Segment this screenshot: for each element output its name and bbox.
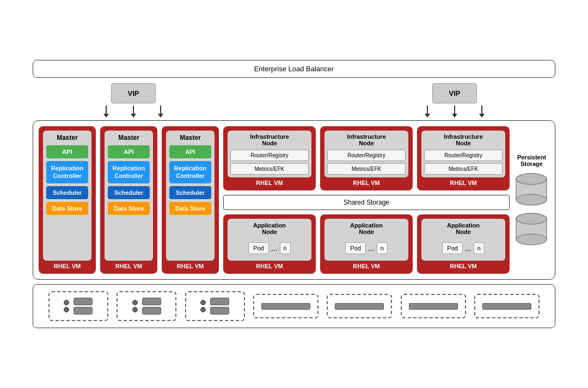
app-1-n: n xyxy=(280,242,291,254)
master-3-inner: Master API ReplicationController Schedul… xyxy=(166,131,215,261)
right-section: InfrastructureNode Router/Registry Metri… xyxy=(223,126,510,274)
hw-blade-4 xyxy=(474,294,540,318)
app-2-title: ApplicationNode xyxy=(328,222,405,235)
infra-vm-2: InfrastructureNode Router/Registry Metri… xyxy=(320,126,413,190)
app-3-inner: ApplicationNode Pod ... n xyxy=(421,219,505,261)
master-1-rc: ReplicationController xyxy=(46,161,88,183)
infra-2-inner: InfrastructureNode Router/Registry Metri… xyxy=(324,131,408,177)
master-1-api: API xyxy=(46,145,88,158)
app-2-rhel: RHEL VM xyxy=(353,263,379,269)
app-3-rhel: RHEL VM xyxy=(450,263,476,269)
infra-3-rhel: RHEL VM xyxy=(450,180,476,186)
infra-1-title: InfrastructureNode xyxy=(230,133,309,146)
master-1-scheduler: Scheduler xyxy=(46,186,88,199)
infra-vm-3: InfrastructureNode Router/Registry Metri… xyxy=(417,126,510,190)
vip-right-group: VIP xyxy=(425,83,485,118)
app-vm-3: ApplicationNode Pod ... n RHEL VM xyxy=(417,214,510,274)
master-3-rhel: RHEL VM xyxy=(177,263,204,269)
master-3-scheduler: Scheduler xyxy=(169,186,211,199)
shared-storage: Shared Storage xyxy=(223,195,510,210)
elb-box: Enterprise Load Balancer xyxy=(33,60,555,78)
arrow-master1 xyxy=(103,106,109,118)
vip-left-group: VIP xyxy=(103,83,163,118)
main-area: Master API ReplicationController Schedul… xyxy=(33,120,555,280)
infra-3-router: Router/Registry xyxy=(424,150,503,161)
master-2-title: Master xyxy=(108,134,150,141)
app-1-rhel: RHEL VM xyxy=(256,263,283,269)
master-vm-3: Master API ReplicationController Schedul… xyxy=(162,126,219,274)
app-1-pod: Pod xyxy=(248,242,269,254)
app-2-inner: ApplicationNode Pod ... n xyxy=(324,219,408,261)
master-2-api: API xyxy=(108,145,150,158)
hw-blade-3 xyxy=(401,294,466,318)
app-1-dots: ... xyxy=(271,244,278,252)
vip-left: VIP xyxy=(111,83,156,103)
app-2-dots: ... xyxy=(368,244,375,252)
arrow-infra3 xyxy=(479,106,485,118)
infra-2-title: InfrastructureNode xyxy=(327,133,406,146)
hw-blade-2 xyxy=(327,294,392,318)
infra-1-router: Router/Registry xyxy=(230,150,309,161)
infra-2-rhel: RHEL VM xyxy=(353,180,379,186)
hw-server-3 xyxy=(185,291,245,321)
infra-1-inner: InfrastructureNode Router/Registry Metri… xyxy=(228,131,311,177)
diagram-wrapper: Enterprise Load Balancer VIP xyxy=(22,49,566,339)
master-1-inner: Master API ReplicationController Schedul… xyxy=(43,131,91,261)
app-2-pod: Pod xyxy=(345,242,366,254)
app-3-n: n xyxy=(474,242,485,254)
master-2-scheduler: Scheduler xyxy=(108,186,150,199)
infra-3-title: InfrastructureNode xyxy=(424,133,503,146)
master-3-api: API xyxy=(169,145,211,158)
app-3-title: ApplicationNode xyxy=(425,222,502,235)
infra-row: InfrastructureNode Router/Registry Metri… xyxy=(223,126,510,190)
app-2-n: n xyxy=(377,242,388,254)
infra-vm-1: InfrastructureNode Router/Registry Metri… xyxy=(223,126,316,190)
hw-server-2 xyxy=(117,291,176,321)
master-2-rc: ReplicationController xyxy=(108,161,150,183)
masters-section: Master API ReplicationController Schedul… xyxy=(39,126,219,274)
master-1-datastore: Data Store xyxy=(46,202,88,215)
cylinder-2 xyxy=(514,211,549,247)
app-1-pods: Pod ... n xyxy=(231,239,308,257)
app-1-title: ApplicationNode xyxy=(231,222,308,235)
infra-2-router: Router/Registry xyxy=(327,150,406,161)
master-3-datastore: Data Store xyxy=(169,202,211,215)
arrow-infra2 xyxy=(452,106,457,118)
master-1-rhel: RHEL VM xyxy=(54,263,81,269)
app-1-inner: ApplicationNode Pod ... n xyxy=(228,219,311,261)
master-3-title: Master xyxy=(169,134,211,141)
master-2-rhel: RHEL VM xyxy=(115,263,142,269)
vip-right: VIP xyxy=(432,83,477,103)
infra-3-inner: InfrastructureNode Router/Registry Metri… xyxy=(421,131,505,177)
svg-point-3 xyxy=(516,174,547,184)
infra-2-metrics: Metrics/EFK xyxy=(327,163,406,175)
arrow-master3 xyxy=(158,106,163,118)
arrow-infra1 xyxy=(425,106,430,118)
app-row: ApplicationNode Pod ... n RHEL VM Applic… xyxy=(223,214,510,274)
persistent-storage-section: PersistentStorage xyxy=(514,126,549,274)
svg-point-2 xyxy=(516,194,547,205)
master-2-inner: Master API ReplicationController Schedul… xyxy=(105,131,153,261)
arrow-master2 xyxy=(131,106,136,118)
hw-blade-1 xyxy=(253,294,318,318)
infra-1-metrics: Metrics/EFK xyxy=(230,163,309,175)
app-3-dots: ... xyxy=(465,244,471,252)
ps-label: PersistentStorage xyxy=(517,154,546,167)
elb-label: Enterprise Load Balancer xyxy=(254,65,334,73)
infra-3-metrics: Metrics/EFK xyxy=(424,163,503,175)
app-vm-1: ApplicationNode Pod ... n RHEL VM xyxy=(223,214,316,274)
master-2-datastore: Data Store xyxy=(108,202,150,215)
master-vm-2: Master API ReplicationController Schedul… xyxy=(100,126,157,274)
app-vm-2: ApplicationNode Pod ... n RHEL VM xyxy=(320,214,413,274)
master-1-title: Master xyxy=(46,134,88,141)
master-vm-1: Master API ReplicationController Schedul… xyxy=(39,126,96,274)
svg-point-6 xyxy=(516,234,547,245)
hw-server-1 xyxy=(48,291,108,321)
app-2-pods: Pod ... n xyxy=(328,239,405,257)
hardware-row xyxy=(33,284,555,328)
svg-point-7 xyxy=(516,213,547,224)
master-3-rc: ReplicationController xyxy=(169,161,211,183)
app-3-pod: Pod xyxy=(442,242,463,254)
app-3-pods: Pod ... n xyxy=(425,239,502,257)
infra-1-rhel: RHEL VM xyxy=(256,180,283,186)
